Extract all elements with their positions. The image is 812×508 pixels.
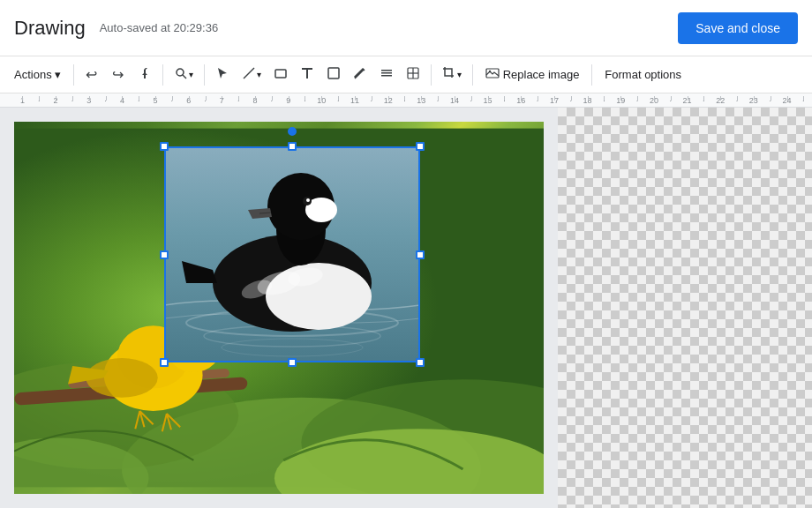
ruler-tick: 21 [679, 96, 695, 105]
ruler-tick: · [163, 96, 180, 105]
text-icon [300, 66, 314, 84]
ruler-tick: 20 [645, 96, 662, 105]
ruler-tick: · [396, 96, 413, 105]
resize-handle-middle-left[interactable] [160, 250, 169, 259]
ruler-tick: · [596, 96, 613, 105]
pen-tool-button[interactable] [348, 61, 372, 89]
redo-button[interactable]: ↪ [106, 61, 131, 89]
svg-rect-8 [381, 72, 392, 74]
ruler-tick: 7 [214, 96, 230, 105]
line-tool-button[interactable]: ▾ [237, 61, 267, 89]
toolbar-separator-2 [162, 64, 163, 86]
ruler-tick: 8 [247, 96, 264, 105]
drawing-canvas[interactable] [14, 122, 544, 494]
ruler-tick: · [762, 96, 778, 105]
ruler-tick: 9 [280, 96, 297, 105]
ruler-tick: 3 [80, 96, 97, 105]
svg-rect-7 [381, 70, 392, 71]
rotate-handle[interactable] [288, 127, 297, 136]
format-options-button[interactable]: Format options [598, 61, 688, 89]
app-title: Drawing [14, 17, 86, 40]
resize-handle-top-center[interactable] [288, 142, 297, 151]
svg-rect-5 [306, 70, 308, 78]
image-frame-icon [327, 66, 341, 84]
svg-rect-3 [275, 70, 286, 78]
ruler-tick: · [64, 96, 80, 105]
replace-image-label: Replace image [503, 68, 580, 81]
undo-button[interactable]: ↩ [79, 61, 104, 89]
ruler-tick: · [197, 96, 214, 105]
ruler-tick: · [31, 96, 48, 105]
resize-handle-bottom-center[interactable] [288, 358, 297, 367]
resize-handle-top-left[interactable] [160, 142, 169, 151]
resize-handle-bottom-left[interactable] [160, 358, 169, 367]
ruler-tick: 6 [180, 96, 197, 105]
ruler-tick: 13 [413, 96, 430, 105]
resize-handle-top-right[interactable] [416, 142, 425, 151]
selected-duck-image[interactable] [164, 146, 420, 362]
svg-line-2 [244, 68, 254, 78]
ruler-tick: · [297, 96, 313, 105]
ruler-tick: · [729, 96, 746, 105]
ruler-tick: 16 [513, 96, 530, 105]
lines-icon [380, 66, 394, 84]
ruler-tick: 2 [48, 96, 64, 105]
image-frame-button[interactable] [321, 61, 346, 89]
ruler-tick: 11 [347, 96, 364, 105]
select-icon [215, 66, 229, 84]
select-tool-button[interactable] [210, 61, 235, 89]
autosave-status: Auto-saved at 20:29:36 [100, 21, 218, 34]
actions-label: Actions [14, 68, 52, 81]
ruler-tick: · [562, 96, 579, 105]
ruler-tick: 10 [313, 96, 330, 105]
ruler-tick: · [131, 96, 147, 105]
crop-button[interactable]: ▾ [437, 61, 467, 89]
ruler-tick: · [795, 96, 812, 105]
svg-point-14 [488, 71, 490, 72]
toolbar-separator-5 [472, 64, 473, 86]
resize-handle-middle-right[interactable] [416, 250, 425, 259]
svg-line-1 [183, 75, 186, 78]
toolbar-separator-4 [431, 64, 432, 86]
redo-icon: ↪ [112, 66, 124, 83]
zoom-icon [174, 66, 188, 84]
ruler: 1 · 2 · 3 · 4 · 5 · 6 · 7 · 8 · 9 · 10 ·… [0, 93, 812, 108]
ruler-content: 1 · 2 · 3 · 4 · 5 · 6 · 7 · 8 · 9 · 10 ·… [0, 93, 812, 107]
ruler-tick: 5 [147, 96, 164, 105]
line-dropdown-arrow: ▾ [257, 70, 261, 79]
replace-image-button[interactable]: Replace image [478, 61, 587, 89]
svg-rect-4 [302, 68, 312, 70]
zoom-dropdown-arrow: ▾ [189, 70, 193, 79]
ruler-tick: · [330, 96, 347, 105]
ruler-tick: 12 [380, 96, 396, 105]
save-close-button[interactable]: Save and close [678, 12, 798, 44]
zoom-button[interactable]: ▾ [169, 61, 199, 89]
lines-button[interactable] [374, 61, 399, 89]
svg-rect-9 [381, 75, 392, 77]
duck-background [164, 146, 420, 362]
ruler-tick: · [462, 96, 479, 105]
format-options-label: Format options [605, 68, 681, 81]
crop-icon [442, 66, 456, 84]
ruler-tick: · [363, 96, 380, 105]
header: Drawing Auto-saved at 20:29:36 Save and … [0, 0, 812, 56]
toolbar-separator-6 [591, 64, 592, 86]
crop-dropdown-arrow: ▾ [457, 70, 462, 79]
svg-rect-6 [328, 68, 339, 78]
resize-handle-bottom-right[interactable] [416, 358, 425, 367]
pin-button[interactable] [132, 61, 157, 89]
canvas-area [0, 108, 812, 508]
table-button[interactable] [401, 61, 425, 89]
ruler-tick: · [97, 96, 114, 105]
pen-icon [353, 66, 367, 84]
undo-icon: ↩ [86, 66, 97, 83]
shape-tool-button[interactable] [268, 61, 293, 89]
actions-menu-button[interactable]: Actions ▾ [7, 61, 68, 89]
ruler-tick: 18 [579, 96, 596, 105]
ruler-tick: 14 [447, 96, 463, 105]
text-tool-button[interactable] [295, 61, 320, 89]
ruler-tick: 19 [613, 96, 629, 105]
toolbar-separator-3 [204, 64, 205, 86]
ruler-tick: 24 [778, 96, 795, 105]
ruler-tick: 15 [479, 96, 496, 105]
